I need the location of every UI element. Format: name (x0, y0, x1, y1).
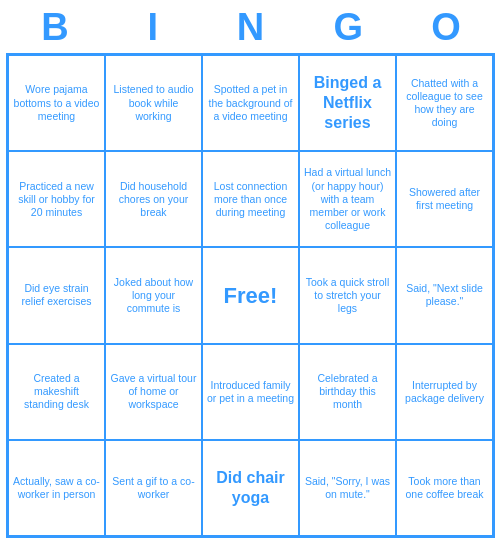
bingo-grid: Wore pajama bottoms to a video meetingLi… (6, 53, 495, 538)
bingo-cell-6[interactable]: Did household chores on your break (105, 151, 202, 247)
bingo-cell-4[interactable]: Chatted with a colleague to see how they… (396, 55, 493, 151)
bingo-cell-3[interactable]: Binged a Netflix series (299, 55, 396, 151)
bingo-cell-23[interactable]: Said, "Sorry, I was on mute." (299, 440, 396, 536)
bingo-cell-12[interactable]: Free! (202, 247, 299, 343)
bingo-cell-8[interactable]: Had a virtual lunch (or happy hour) with… (299, 151, 396, 247)
letter-n: N (205, 6, 295, 49)
letter-b: B (10, 6, 100, 49)
bingo-cell-11[interactable]: Joked about how long your commute is (105, 247, 202, 343)
bingo-cell-1[interactable]: Listened to audio book while working (105, 55, 202, 151)
bingo-cell-17[interactable]: Introduced family or pet in a meeting (202, 344, 299, 440)
bingo-cell-19[interactable]: Interrupted by package delivery (396, 344, 493, 440)
bingo-cell-5[interactable]: Practiced a new skill or hobby for 20 mi… (8, 151, 105, 247)
bingo-cell-10[interactable]: Did eye strain relief exercises (8, 247, 105, 343)
bingo-cell-20[interactable]: Actually, saw a co-worker in person (8, 440, 105, 536)
bingo-cell-21[interactable]: Sent a gif to a co-worker (105, 440, 202, 536)
bingo-header: B I N G O (6, 6, 495, 49)
letter-g: G (303, 6, 393, 49)
bingo-cell-9[interactable]: Showered after first meeting (396, 151, 493, 247)
bingo-cell-15[interactable]: Created a makeshift standing desk (8, 344, 105, 440)
bingo-cell-14[interactable]: Said, "Next slide please." (396, 247, 493, 343)
bingo-cell-16[interactable]: Gave a virtual tour of home or workspace (105, 344, 202, 440)
bingo-cell-7[interactable]: Lost connection more than once during me… (202, 151, 299, 247)
letter-o: O (401, 6, 491, 49)
bingo-cell-0[interactable]: Wore pajama bottoms to a video meeting (8, 55, 105, 151)
letter-i: I (108, 6, 198, 49)
bingo-cell-24[interactable]: Took more than one coffee break (396, 440, 493, 536)
bingo-cell-18[interactable]: Celebrated a birthday this month (299, 344, 396, 440)
bingo-cell-22[interactable]: Did chair yoga (202, 440, 299, 536)
bingo-cell-2[interactable]: Spotted a pet in the background of a vid… (202, 55, 299, 151)
bingo-cell-13[interactable]: Took a quick stroll to stretch your legs (299, 247, 396, 343)
